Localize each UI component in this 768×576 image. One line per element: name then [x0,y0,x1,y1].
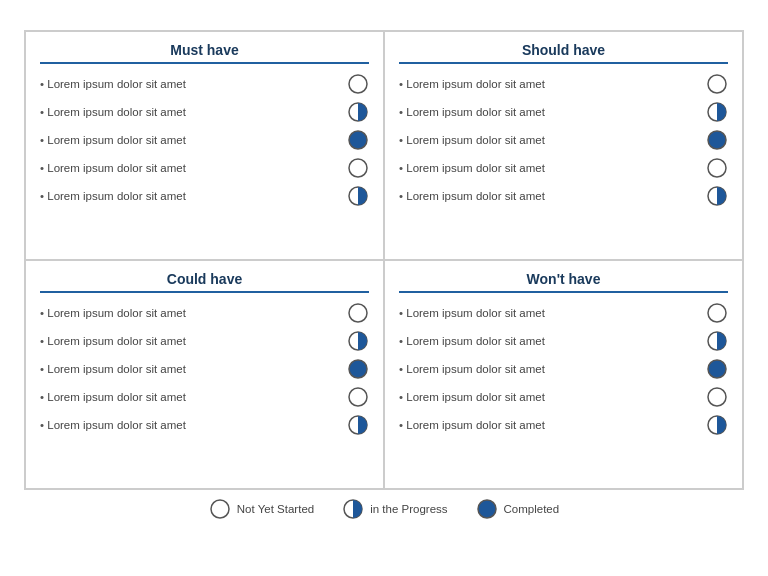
svg-point-20 [211,500,229,518]
svg-point-0 [349,75,367,93]
svg-point-10 [349,304,367,322]
table-row: Lorem ipsum dolor sit amet [399,411,728,439]
harvey-ball-half [706,330,728,352]
harvey-ball-half [706,414,728,436]
item-text: Lorem ipsum dolor sit amet [40,190,186,202]
harvey-ball-empty [347,73,369,95]
quadrant-should-have: Should haveLorem ipsum dolor sit ametLor… [384,31,743,260]
harvey-ball-half [347,330,369,352]
harvey-ball-empty [706,157,728,179]
harvey-ball-full [706,358,728,380]
table-row: Lorem ipsum dolor sit amet [40,411,369,439]
item-text: Lorem ipsum dolor sit amet [399,335,545,347]
table-row: Lorem ipsum dolor sit amet [40,355,369,383]
harvey-ball-empty [706,302,728,324]
quadrant-could-have: Could haveLorem ipsum dolor sit ametLore… [25,260,384,489]
harvey-ball-half [706,101,728,123]
table-row: Lorem ipsum dolor sit amet [399,70,728,98]
harvey-ball-half [347,414,369,436]
item-text: Lorem ipsum dolor sit amet [40,134,186,146]
item-text: Lorem ipsum dolor sit amet [399,307,545,319]
table-row: Lorem ipsum dolor sit amet [399,299,728,327]
legend-ball-empty [209,498,231,520]
harvey-ball-empty [347,386,369,408]
item-text: Lorem ipsum dolor sit amet [40,419,186,431]
svg-point-17 [708,360,726,378]
harvey-ball-full [347,358,369,380]
table-row: Lorem ipsum dolor sit amet [399,383,728,411]
item-text: Lorem ipsum dolor sit amet [399,419,545,431]
legend-item-2: Completed [476,498,560,520]
svg-point-15 [708,304,726,322]
item-text: Lorem ipsum dolor sit amet [399,391,545,403]
legend-label: Not Yet Started [237,503,314,515]
item-text: Lorem ipsum dolor sit amet [40,106,186,118]
quadrant-wont-have: Won't haveLorem ipsum dolor sit ametLore… [384,260,743,489]
svg-point-18 [708,388,726,406]
legend: Not Yet Started in the ProgressCompleted [24,498,744,520]
quadrant-title-could-have: Could have [40,271,369,293]
legend-item-1: in the Progress [342,498,447,520]
legend-item-0: Not Yet Started [209,498,314,520]
quadrant-title-must-have: Must have [40,42,369,64]
quadrant-grid: Must haveLorem ipsum dolor sit ametLorem… [24,30,744,490]
svg-point-8 [708,159,726,177]
legend-label: in the Progress [370,503,447,515]
harvey-ball-empty [347,302,369,324]
item-text: Lorem ipsum dolor sit amet [40,391,186,403]
item-text: Lorem ipsum dolor sit amet [399,162,545,174]
item-text: Lorem ipsum dolor sit amet [399,134,545,146]
table-row: Lorem ipsum dolor sit amet [40,154,369,182]
item-text: Lorem ipsum dolor sit amet [40,363,186,375]
item-text: Lorem ipsum dolor sit amet [399,106,545,118]
svg-point-12 [349,360,367,378]
legend-label: Completed [504,503,560,515]
item-text: Lorem ipsum dolor sit amet [40,162,186,174]
table-row: Lorem ipsum dolor sit amet [40,299,369,327]
item-text: Lorem ipsum dolor sit amet [40,78,186,90]
harvey-ball-full [706,129,728,151]
harvey-ball-half [706,185,728,207]
table-row: Lorem ipsum dolor sit amet [399,182,728,210]
svg-point-22 [478,500,496,518]
table-row: Lorem ipsum dolor sit amet [399,355,728,383]
harvey-ball-empty [706,386,728,408]
harvey-ball-full [347,129,369,151]
quadrant-title-wont-have: Won't have [399,271,728,293]
table-row: Lorem ipsum dolor sit amet [40,70,369,98]
quadrant-must-have: Must haveLorem ipsum dolor sit ametLorem… [25,31,384,260]
svg-point-2 [349,131,367,149]
item-text: Lorem ipsum dolor sit amet [399,78,545,90]
harvey-ball-empty [347,157,369,179]
table-row: Lorem ipsum dolor sit amet [40,327,369,355]
svg-point-13 [349,388,367,406]
legend-ball-half [342,498,364,520]
item-text: Lorem ipsum dolor sit amet [40,335,186,347]
table-row: Lorem ipsum dolor sit amet [399,327,728,355]
table-row: Lorem ipsum dolor sit amet [40,182,369,210]
table-row: Lorem ipsum dolor sit amet [40,126,369,154]
svg-point-7 [708,131,726,149]
item-text: Lorem ipsum dolor sit amet [399,363,545,375]
harvey-ball-empty [706,73,728,95]
svg-point-3 [349,159,367,177]
svg-point-5 [708,75,726,93]
table-row: Lorem ipsum dolor sit amet [399,98,728,126]
item-text: Lorem ipsum dolor sit amet [40,307,186,319]
table-row: Lorem ipsum dolor sit amet [40,383,369,411]
harvey-ball-half [347,101,369,123]
table-row: Lorem ipsum dolor sit amet [40,98,369,126]
table-row: Lorem ipsum dolor sit amet [399,154,728,182]
table-row: Lorem ipsum dolor sit amet [399,126,728,154]
legend-ball-full [476,498,498,520]
harvey-ball-half [347,185,369,207]
quadrant-title-should-have: Should have [399,42,728,64]
item-text: Lorem ipsum dolor sit amet [399,190,545,202]
